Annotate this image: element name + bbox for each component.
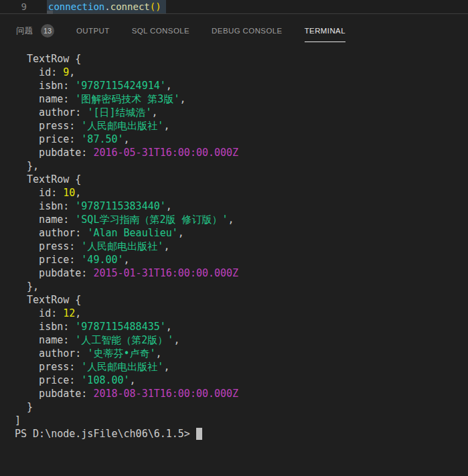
terminal-text: , — [69, 66, 75, 78]
tab-problems[interactable]: 问题 13 — [16, 14, 54, 48]
terminal-text: '人民邮电出版社' — [81, 240, 163, 252]
terminal-text: pubdate: — [15, 267, 93, 279]
vscode-window: 9 connection.connect() 问题 13 OUTPUTSQL C… — [0, 0, 468, 441]
editor-code-line[interactable]: connection.connect() — [47, 0, 166, 13]
terminal-text: 2018-08-31T16:00:00.000Z — [93, 388, 238, 400]
tab-label: TERMINAL — [305, 27, 345, 35]
terminal-text: , — [178, 227, 184, 239]
terminal-text: , — [173, 334, 179, 346]
terminal-text: id: — [15, 307, 63, 319]
terminal-line: id: 9, — [15, 66, 468, 79]
terminal-line: pubdate: 2016-05-31T16:00:00.000Z — [15, 146, 468, 159]
terminal-line: id: 12, — [15, 307, 468, 320]
tab-sql-console[interactable]: SQL CONSOLE — [132, 14, 189, 48]
terminal-text: name: — [15, 334, 75, 346]
terminal-cursor — [196, 428, 202, 440]
code-token: . — [104, 1, 110, 12]
terminal-text: 10 — [63, 187, 75, 199]
terminal-line: pubdate: 2015-01-31T16:00:00.000Z — [15, 266, 468, 280]
panel-tab-bar: 问题 13 OUTPUTSQL CONSOLEDEBUG CONSOLETERM… — [0, 14, 468, 48]
terminal-line: }, — [15, 159, 468, 173]
terminal-line: pubdate: 2018-08-31T16:00:00.000Z — [15, 387, 468, 400]
tab-label: DEBUG CONSOLE — [212, 27, 283, 35]
terminal-line: TextRow { — [15, 173, 468, 186]
terminal-text: PS D:\node.jsFile\ch06\6.1.5> — [15, 428, 196, 440]
terminal-output[interactable]: TextRow { id: 9, isbn: '9787115424914', … — [0, 48, 468, 441]
terminal-text: press: — [15, 361, 81, 373]
terminal-text: 'Alan Beaulieu' — [87, 227, 177, 239]
terminal-text: price: — [15, 133, 81, 145]
terminal-text: }, — [15, 160, 39, 172]
terminal-text: , — [163, 361, 169, 373]
terminal-text: '人民邮电出版社' — [81, 361, 163, 373]
terminal-line: price: '49.00', — [15, 253, 468, 266]
terminal-line: id: 10, — [15, 186, 468, 200]
terminal-text: author: — [15, 347, 87, 360]
terminal-line: }, — [15, 280, 468, 293]
terminal-line: name: 'SQL学习指南（第2版 修订版）', — [15, 213, 468, 226]
tab-debug-console[interactable]: DEBUG CONSOLE — [212, 14, 283, 48]
terminal-line: press: '人民邮电出版社', — [15, 360, 468, 374]
terminal-text: , — [152, 106, 158, 118]
terminal-text: , — [163, 240, 169, 252]
terminal-line: author: '[日]结城浩', — [15, 106, 468, 119]
terminal-line: author: 'Alan Beaulieu', — [15, 226, 468, 240]
terminal-text: 'SQL学习指南（第2版 修订版）' — [75, 214, 228, 226]
terminal-line: isbn: '9787115488435', — [15, 320, 468, 333]
tab-label: OUTPUT — [76, 27, 110, 35]
terminal-line: price: '108.00', — [15, 374, 468, 387]
terminal-text: author: — [15, 106, 87, 118]
terminal-line: name: '人工智能（第2版）', — [15, 333, 468, 347]
terminal-line: TextRow { — [15, 52, 468, 66]
terminal-text: TextRow { — [15, 294, 81, 306]
bottom-panel: 问题 13 OUTPUTSQL CONSOLEDEBUG CONSOLETERM… — [0, 14, 468, 441]
terminal-text: , — [75, 307, 81, 319]
terminal-text: } — [15, 401, 33, 413]
terminal-line: isbn: '9787115424914', — [15, 79, 468, 92]
terminal-text: isbn: — [15, 80, 75, 92]
terminal-text: 2015-01-31T16:00:00.000Z — [93, 267, 238, 279]
terminal-text: isbn: — [15, 321, 75, 333]
terminal-line: name: '图解密码技术 第3版', — [15, 92, 468, 106]
terminal-line: press: '人民邮电出版社', — [15, 119, 468, 133]
terminal-text: , — [124, 133, 130, 145]
terminal-text: 9 — [63, 66, 69, 78]
terminal-text: press: — [15, 120, 81, 132]
terminal-line: } — [15, 400, 468, 414]
terminal-line: author: '史蒂芬•卢奇', — [15, 347, 468, 360]
tab-output[interactable]: OUTPUT — [76, 14, 110, 48]
terminal-text: , — [228, 214, 234, 226]
terminal-text: , — [166, 200, 172, 212]
terminal-text: '49.00' — [81, 254, 123, 266]
code-token: connection — [48, 1, 104, 12]
terminal-line: price: '87.50', — [15, 133, 468, 146]
terminal-text: , — [166, 80, 172, 92]
terminal-line: TextRow { — [15, 293, 468, 307]
terminal-text: id: — [15, 66, 63, 78]
terminal-text: , — [124, 254, 130, 266]
terminal-text: }, — [15, 281, 39, 293]
code-token: connect — [110, 1, 150, 12]
terminal-text: name: — [15, 214, 75, 226]
terminal-text: '[日]结城浩' — [87, 106, 151, 118]
terminal-text: '9787115424914' — [75, 80, 165, 92]
terminal-text: press: — [15, 240, 81, 252]
terminal-text: price: — [15, 374, 81, 386]
terminal-text: TextRow { — [15, 53, 81, 65]
terminal-text: '图解密码技术 第3版' — [75, 93, 179, 105]
terminal-text: isbn: — [15, 200, 75, 212]
terminal-text: , — [75, 187, 81, 199]
terminal-text: ] — [15, 414, 21, 426]
terminal-text: TextRow { — [15, 173, 81, 185]
terminal-text: price: — [15, 254, 81, 266]
editor-area: 9 connection.connect() — [0, 0, 468, 14]
terminal-text: '87.50' — [81, 133, 123, 145]
terminal-text: , — [179, 93, 185, 105]
terminal-text: , — [166, 321, 172, 333]
editor-line-number: 9 — [0, 0, 27, 13]
code-token: () — [150, 1, 161, 12]
terminal-line: PS D:\node.jsFile\ch06\6.1.5> — [15, 427, 468, 441]
tab-terminal[interactable]: TERMINAL — [305, 14, 345, 48]
terminal-text: , — [155, 347, 161, 360]
terminal-text: 2016-05-31T16:00:00.000Z — [93, 147, 238, 159]
